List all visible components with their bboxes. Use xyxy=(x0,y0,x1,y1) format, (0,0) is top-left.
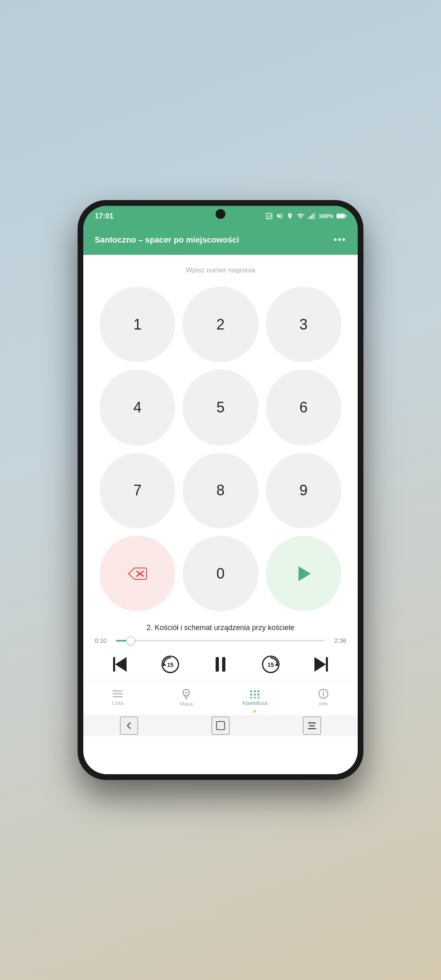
recents-line-3 xyxy=(308,728,316,729)
numpad-btn-2[interactable]: 2 xyxy=(183,287,258,362)
nav-active-dot xyxy=(254,710,256,713)
previous-icon xyxy=(113,657,127,672)
nav-label-lista: Lista xyxy=(112,700,123,706)
progress-thumb[interactable] xyxy=(126,636,135,645)
skip-forward-button[interactable]: 15 xyxy=(260,654,281,675)
svg-point-26 xyxy=(250,694,252,696)
pause-bar-left xyxy=(216,657,219,672)
svg-point-31 xyxy=(258,697,260,699)
android-recents-button[interactable] xyxy=(303,717,321,735)
app-title: Santoczno – spacer po miejscowości xyxy=(95,235,334,245)
svg-point-25 xyxy=(258,690,260,693)
pause-icon xyxy=(216,657,225,672)
next-icon xyxy=(314,657,328,672)
numpad-btn-9[interactable]: 9 xyxy=(266,453,341,528)
numpad-btn-6[interactable]: 6 xyxy=(266,370,341,445)
main-content: Wpisz numer nagrania 1 2 3 4 5 6 7 8 xyxy=(83,255,358,774)
bottom-nav: Lista Mapa xyxy=(83,680,358,715)
skip-forward-icon: 15 xyxy=(261,655,281,674)
camera-notch xyxy=(216,209,225,219)
numpad-btn-4[interactable]: 4 xyxy=(100,370,175,445)
numpad: 1 2 3 4 5 6 7 8 9 xyxy=(83,278,358,619)
back-icon xyxy=(125,721,134,730)
android-home-button[interactable] xyxy=(212,717,229,735)
audio-title: 2. Kościół i schemat urządzenia przy koś… xyxy=(95,624,346,632)
svg-rect-5 xyxy=(313,214,314,219)
status-icons: 100% xyxy=(265,212,346,220)
pause-bar-right xyxy=(222,657,225,672)
numpad-delete-button[interactable] xyxy=(100,536,175,611)
recents-line-1 xyxy=(308,722,316,724)
battery-icon xyxy=(336,213,346,219)
nav-label-mapa: Mapa xyxy=(180,701,193,707)
svg-point-34 xyxy=(323,691,324,692)
svg-rect-3 xyxy=(310,216,311,219)
svg-rect-6 xyxy=(314,213,315,219)
svg-point-28 xyxy=(258,694,260,696)
status-time: 17:01 xyxy=(95,212,114,220)
svg-point-23 xyxy=(250,690,252,693)
wifi-icon xyxy=(296,212,305,220)
more-options-button[interactable]: ••• xyxy=(334,234,346,245)
svg-point-30 xyxy=(254,697,256,699)
svg-text:15: 15 xyxy=(267,662,274,668)
svg-point-27 xyxy=(254,694,256,696)
phone-device: 17:01 xyxy=(78,200,363,780)
current-time: 0:10 xyxy=(95,637,111,644)
previous-track-button[interactable] xyxy=(109,654,131,675)
nav-item-mapa[interactable]: Mapa xyxy=(152,680,220,715)
info-icon xyxy=(318,688,329,699)
svg-rect-8 xyxy=(337,214,344,218)
prev-triangle xyxy=(115,657,127,672)
numpad-btn-7[interactable]: 7 xyxy=(100,453,175,528)
android-back-button[interactable] xyxy=(120,717,138,735)
signal-icon xyxy=(308,212,315,220)
svg-point-24 xyxy=(254,690,256,693)
play-triangle-icon xyxy=(298,566,311,581)
nav-item-lista[interactable]: Lista xyxy=(83,680,152,715)
next-triangle xyxy=(314,657,326,672)
next-bar xyxy=(326,657,328,672)
skip-back-icon: 15 xyxy=(160,655,180,674)
battery-status: 100% xyxy=(318,213,333,219)
svg-rect-2 xyxy=(308,217,309,219)
playback-controls: 15 15 xyxy=(83,647,358,680)
delete-icon xyxy=(128,566,147,581)
image-icon xyxy=(265,212,273,220)
numpad-btn-5[interactable]: 5 xyxy=(183,370,258,445)
svg-point-29 xyxy=(250,697,252,699)
audio-info: 2. Kościół i schemat urządzenia przy koś… xyxy=(83,619,358,647)
progress-bar[interactable] xyxy=(116,640,325,641)
location-icon xyxy=(287,212,293,220)
numpad-btn-3[interactable]: 3 xyxy=(266,287,341,362)
svg-text:15: 15 xyxy=(167,662,174,668)
app-bar: Santoczno – spacer po miejscowości ••• xyxy=(83,226,358,253)
numpad-btn-1[interactable]: 1 xyxy=(100,287,175,362)
recents-line-2 xyxy=(309,725,315,726)
nav-item-info[interactable]: Info xyxy=(289,680,358,715)
svg-rect-9 xyxy=(345,215,346,217)
android-nav-bar xyxy=(83,715,358,736)
next-track-button[interactable] xyxy=(310,654,332,675)
progress-row: 0:10 2:36 xyxy=(95,637,346,644)
skip-back-button[interactable]: 15 xyxy=(160,654,181,675)
numpad-btn-8[interactable]: 8 xyxy=(183,453,258,528)
home-icon xyxy=(216,721,225,730)
lista-icon xyxy=(112,689,123,698)
nav-label-klawiatura: Klawiatura xyxy=(243,700,267,706)
phone-screen: 17:01 xyxy=(83,206,358,774)
svg-point-1 xyxy=(267,214,268,215)
mapa-icon xyxy=(181,688,192,699)
total-time: 2:36 xyxy=(330,637,346,644)
input-hint: Wpisz numer nagrania xyxy=(83,255,358,278)
svg-point-22 xyxy=(185,692,187,694)
pause-button[interactable] xyxy=(210,654,231,675)
numpad-btn-0[interactable]: 0 xyxy=(183,536,258,611)
numpad-play-button[interactable] xyxy=(266,536,341,611)
nav-label-info: Info xyxy=(319,701,328,707)
svg-rect-4 xyxy=(311,215,312,219)
nav-item-klawiatura[interactable]: Klawiatura xyxy=(220,680,289,715)
klawiatura-icon xyxy=(249,689,261,698)
mute-icon xyxy=(276,212,283,220)
recents-icon xyxy=(308,722,316,729)
